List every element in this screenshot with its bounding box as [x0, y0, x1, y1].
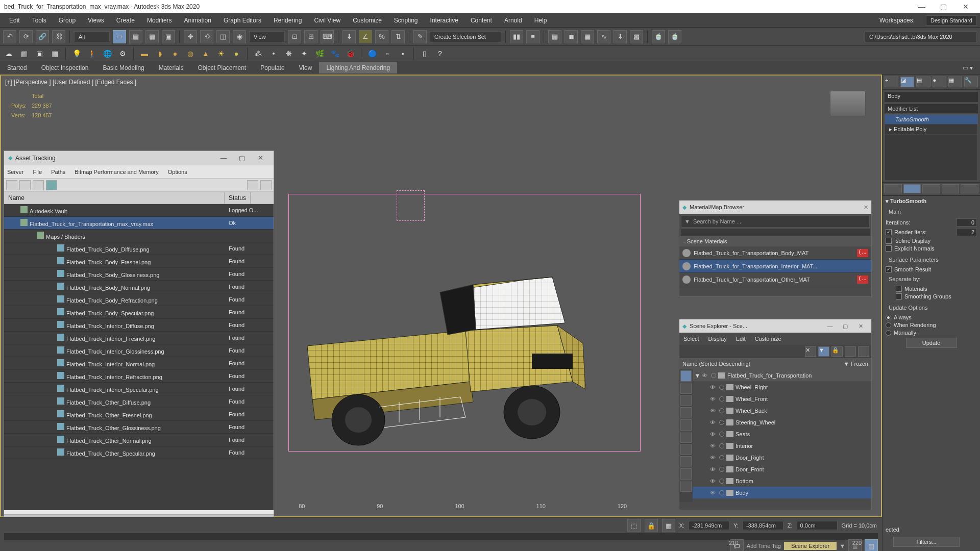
- menu-item[interactable]: Edit: [3, 15, 26, 26]
- align-icon[interactable]: ≡: [526, 30, 540, 43]
- modifier-list-label[interactable]: Modifier List: [885, 104, 978, 113]
- sphere2-icon[interactable]: ▫: [382, 48, 393, 59]
- menu-item[interactable]: Rendering: [267, 15, 308, 26]
- material-icon[interactable]: ▩: [630, 30, 643, 43]
- render-iters-row[interactable]: Render Iters: 2: [886, 228, 977, 236]
- menu-item[interactable]: Civil View: [308, 15, 347, 26]
- curve-icon[interactable]: ∿: [597, 30, 610, 43]
- filter-light-icon[interactable]: [680, 395, 692, 406]
- object-name[interactable]: Body: [885, 92, 978, 102]
- z-coord[interactable]: 0,0cm: [797, 521, 838, 530]
- particle-icon[interactable]: ⁂: [253, 48, 264, 59]
- rect-select-icon[interactable]: ▦: [145, 30, 159, 43]
- snap-icon[interactable]: ⬇: [342, 30, 356, 43]
- time-slider[interactable]: [4, 533, 878, 540]
- scene-root[interactable]: ▼👁Flatbed_Truck_for_Transportation: [693, 369, 871, 381]
- update-always[interactable]: Always: [886, 314, 977, 320]
- asset-titlebar[interactable]: ◆ Asset Tracking — ▢ ✕: [4, 151, 274, 165]
- scale-icon[interactable]: ◫: [216, 30, 230, 43]
- material-search[interactable]: ▼Search by Name ...: [681, 215, 870, 228]
- smooth-result-row[interactable]: Smooth Result: [886, 266, 977, 272]
- maximize-icon[interactable]: ▢: [233, 154, 251, 162]
- asset-row[interactable]: Flatbed_Truck_Other_Normal.pngFound: [4, 434, 274, 446]
- sphere3-icon[interactable]: ▪: [397, 48, 408, 59]
- mirror-icon[interactable]: ▮▮: [510, 30, 523, 43]
- maximize-icon[interactable]: ▢: [934, 3, 954, 11]
- redo-icon[interactable]: ⟳: [19, 30, 33, 43]
- isoline-row[interactable]: Isoline Display: [886, 238, 977, 244]
- prim-cyl-icon[interactable]: ▲: [200, 48, 211, 59]
- asset-menu-item[interactable]: Bitmap Performance and Memory: [75, 169, 158, 175]
- y-coord[interactable]: -338,854cm: [743, 521, 783, 530]
- menu-item[interactable]: Animation: [178, 15, 217, 26]
- close-icon[interactable]: ✕: [853, 323, 868, 330]
- angle-snap-icon[interactable]: ∠: [359, 30, 372, 43]
- ribbon-min-icon[interactable]: ▭ ▾: [955, 62, 980, 73]
- tool-icon[interactable]: [260, 180, 272, 190]
- scene-item[interactable]: 👁Wheel_Right: [693, 381, 871, 393]
- pivot-icon[interactable]: ⊡: [288, 30, 301, 43]
- asset-row[interactable]: Flatbed_Truck_Interior_Glossiness.pngFou…: [4, 344, 274, 357]
- lock-icon[interactable]: 🔒: [831, 346, 843, 357]
- asset-row[interactable]: Flatbed_Truck_Body_Refraction.pngFound: [4, 293, 274, 306]
- scene-item[interactable]: 👁Door_Front: [693, 463, 871, 475]
- col-name[interactable]: Name: [4, 192, 225, 204]
- dog-icon[interactable]: 🐾: [329, 48, 340, 59]
- close-icon[interactable]: ✕: [251, 154, 270, 162]
- ribbon-tab[interactable]: Lighting And Rendering: [319, 62, 397, 73]
- update-render[interactable]: When Rendering: [886, 322, 977, 328]
- util-tab-icon[interactable]: 🔧: [964, 77, 978, 87]
- menu-item[interactable]: Content: [464, 15, 498, 26]
- selected-dropdown[interactable]: ected: [886, 527, 932, 533]
- tool-icon[interactable]: [33, 180, 44, 190]
- asset-row[interactable]: Flatbed_Truck_Body_Normal.pngFound: [4, 281, 274, 293]
- selection-set-dropdown[interactable]: Create Selection Set: [430, 31, 501, 42]
- undo-icon[interactable]: ↶: [3, 30, 16, 43]
- render-iters-checkbox[interactable]: [886, 229, 892, 235]
- material-group[interactable]: - Scene Materials: [679, 236, 871, 246]
- render-iters-input[interactable]: 2: [957, 228, 977, 236]
- menu-item[interactable]: Tools: [26, 15, 53, 26]
- manip-icon[interactable]: ⊞: [304, 30, 317, 43]
- layers-icon[interactable]: ≣: [565, 30, 578, 43]
- asset-row[interactable]: Flatbed_Truck_Interior_Specular.pngFound: [4, 383, 274, 395]
- prim-box-icon[interactable]: ▬: [139, 48, 150, 59]
- coord-dropdown[interactable]: View: [249, 31, 285, 42]
- scene-item[interactable]: 👁Steering_Wheel: [693, 416, 871, 428]
- asset-header[interactable]: Name Status: [4, 192, 274, 204]
- lock-icon[interactable]: 🔒: [645, 519, 658, 532]
- window-cross-icon[interactable]: ▣: [162, 30, 175, 43]
- tool-icon[interactable]: [19, 180, 31, 190]
- grid-icon[interactable]: ▦: [49, 48, 60, 59]
- isoline-checkbox[interactable]: [886, 238, 892, 244]
- project-path[interactable]: C:\Users\dshsd...b\3ds Max 2020: [865, 31, 977, 42]
- show-result-icon[interactable]: [903, 184, 921, 193]
- menu-item[interactable]: Arnold: [498, 15, 528, 26]
- asset-row[interactable]: Flatbed_Truck_Body_Diffuse.pngFound: [4, 242, 274, 255]
- asset-row[interactable]: Flatbed_Truck_Other_Specular.pngFound: [4, 446, 274, 459]
- col-status[interactable]: Status: [225, 192, 251, 204]
- menu-item[interactable]: Scripting: [388, 15, 424, 26]
- scene-titlebar[interactable]: ◆ Scene Explorer - Sce... — ▢ ✕: [679, 319, 871, 333]
- display-tab-icon[interactable]: ▦: [948, 77, 962, 87]
- filter-bone-icon[interactable]: [680, 456, 692, 467]
- asset-row[interactable]: Flatbed_Truck_Other_Fresnel.pngFound: [4, 408, 274, 421]
- prim-tube-icon[interactable]: ●: [231, 48, 242, 59]
- scene-explorer[interactable]: ◆ Scene Explorer - Sce... — ▢ ✕ SelectDi…: [679, 319, 872, 510]
- x-coord[interactable]: -231,949cm: [689, 521, 729, 530]
- workspaces-dropdown[interactable]: Design Standard: [926, 15, 977, 26]
- filter-dropdown[interactable]: All: [74, 31, 110, 42]
- scene-item[interactable]: 👁Wheel_Back: [693, 405, 871, 416]
- edit-set-icon[interactable]: ✎: [413, 30, 427, 43]
- filter-misc2-icon[interactable]: [680, 481, 692, 492]
- ribbon-tab[interactable]: Started: [0, 62, 34, 73]
- asset-row[interactable]: Flatbed_Truck_Interior_Fresnel.pngFound: [4, 332, 274, 344]
- asset-row[interactable]: Flatbed_Truck_Body_Fresnel.pngFound: [4, 255, 274, 268]
- asset-menu-item[interactable]: Paths: [51, 169, 65, 175]
- viewcube[interactable]: [830, 91, 866, 116]
- cal-icon[interactable]: ▦: [18, 48, 30, 59]
- maximize-icon[interactable]: ▢: [838, 323, 853, 330]
- close-icon[interactable]: ✕: [864, 204, 868, 211]
- asset-row[interactable]: Flatbed_Truck_Interior_Normal.pngFound: [4, 357, 274, 370]
- ribbon-tab[interactable]: View: [292, 62, 320, 73]
